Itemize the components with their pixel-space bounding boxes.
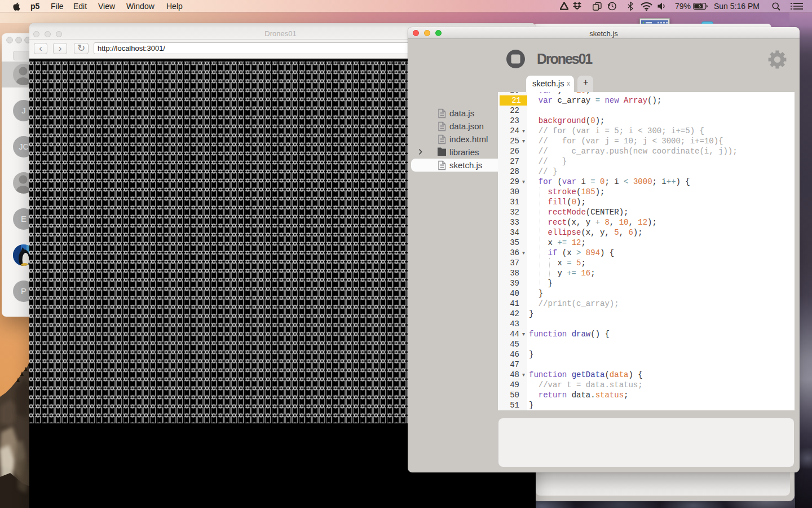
svg-text:E: E xyxy=(21,214,27,224)
svg-text:J: J xyxy=(21,106,26,115)
svg-text:JC: JC xyxy=(19,142,28,151)
svg-text:P: P xyxy=(21,286,27,296)
